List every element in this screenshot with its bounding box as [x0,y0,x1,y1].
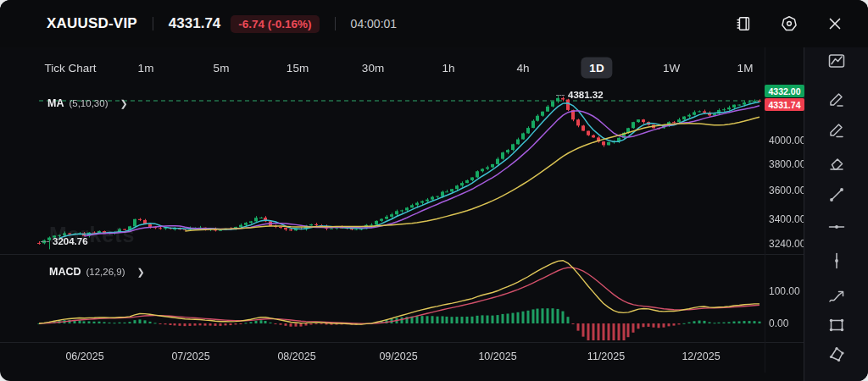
tab-1w[interactable]: 1W [654,58,688,79]
chevron-right-icon[interactable]: ❯ [120,98,127,109]
symbol-title: XAUUSD-VIP [47,15,137,32]
date-tick: 08/2025 [277,351,315,362]
trading-app-window: XAUUSD-VIP 4331.74 -6.74 (-0.16%) 04:00:… [0,0,868,381]
tab-5m[interactable]: 5m [205,58,238,79]
tab-1d-active[interactable]: 1D [581,58,612,79]
chevron-right-icon[interactable]: ❯ [137,267,145,278]
macd-name: MACD [49,266,81,278]
annotation-dash [41,241,49,242]
last-price: 4331.74 [169,15,220,32]
date-tick: 11/2025 [587,351,625,362]
close-icon[interactable] [826,14,844,33]
date-tick: 06/2025 [65,351,103,362]
price-tick: 3600.00 [769,185,805,196]
macd-params: (12,26,9) [86,267,125,277]
rectangle-shape-icon[interactable] [826,315,847,335]
low-price-annotation: 3204.76 [41,236,88,246]
horizontal-line-icon[interactable] [826,217,847,237]
divider [335,17,336,30]
pane-separator [0,254,804,255]
ma-name: MA [47,97,64,109]
top-bar: XAUUSD-VIP 4331.74 -6.74 (-0.16%) 04:00:… [0,0,868,47]
macd-indicator-label[interactable]: MACD (12,26,9) ❯ [49,266,145,278]
tab-1m[interactable]: 1m [130,58,163,79]
trend-line-icon[interactable] [826,185,847,205]
tab-1h[interactable]: 1h [433,58,463,79]
price-tick: 3240.00 [769,238,805,250]
price-tick: 3400.00 [769,213,805,225]
date-tick: 12/2025 [682,351,720,362]
high-price-annotation: 4381.32 [556,90,604,100]
last-price-badge: 4331.74 [765,98,804,111]
line-chart-tool-icon[interactable] [826,51,847,71]
annotation-dash [556,95,565,96]
price-change-badge: -6.74 (-0.16%) [231,15,319,33]
settings-gear-icon[interactable] [780,14,798,33]
tab-1m-month[interactable]: 1M [729,58,762,79]
drawing-toolbar [804,47,868,381]
tab-15m[interactable]: 15m [278,58,317,79]
tab-4h[interactable]: 4h [508,58,537,79]
timeframe-tabs: Tick Chart 1m 5m 15m 30m 1h 4h 1D 1W 1M [0,51,804,85]
date-tick: 07/2025 [171,351,209,362]
price-tick: 3800.00 [769,158,805,170]
pencil-draw-icon[interactable] [826,89,847,109]
candle-countdown: 04:00:01 [351,17,398,30]
divider [153,17,153,30]
date-tick: 09/2025 [379,351,417,362]
macd-tick: 100.00 [769,285,800,297]
date-tick: 10/2025 [478,351,516,362]
macd-tick: 0.00 [769,318,788,329]
price-tick: 4000.00 [769,135,805,146]
wave-arrow-icon[interactable] [826,287,847,307]
vertical-line-icon[interactable] [826,251,847,271]
journal-icon[interactable] [734,14,753,33]
tab-tick-chart[interactable]: Tick Chart [36,58,104,79]
polygon-shape-icon[interactable] [826,345,847,365]
ma-indicator-label[interactable]: MA (5,10,30) ❯ [47,97,128,109]
reference-price-badge: 4332.00 [765,85,804,97]
eraser-icon[interactable] [826,154,847,174]
ma-params: (5,10,30) [69,98,108,108]
axis-separator [0,342,804,343]
pencil-brush-icon[interactable] [826,120,847,141]
tab-30m[interactable]: 30m [353,58,392,79]
